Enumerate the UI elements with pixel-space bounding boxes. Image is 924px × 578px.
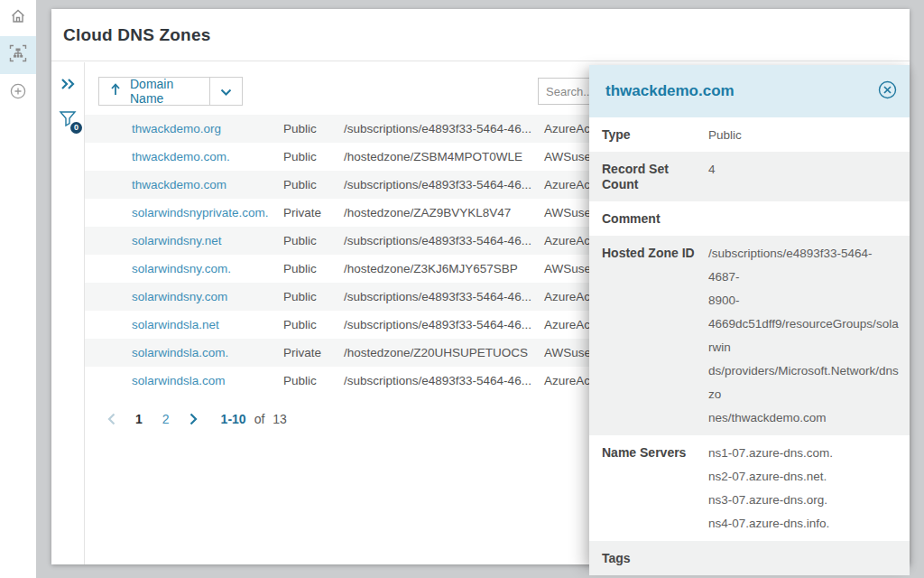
- home-icon: [10, 8, 26, 28]
- topology-icon: [9, 44, 27, 66]
- arrow-up-icon: [110, 83, 121, 99]
- field-label: Record Set Count: [602, 161, 708, 192]
- cell-zone-id: /subscriptions/e4893f33-5464-46...: [344, 290, 531, 303]
- domain-link[interactable]: solarwindsla.net: [132, 318, 219, 331]
- cell-domain: thwackdemo.com.: [132, 150, 230, 163]
- cell-account: AWSuser: [544, 150, 596, 163]
- cell-type: Private: [283, 206, 321, 219]
- cell-type: Public: [283, 290, 317, 303]
- filter-button[interactable]: 0: [57, 109, 79, 131]
- domain-link[interactable]: solarwindsla.com: [132, 374, 226, 387]
- double-chevron-right-icon: [60, 78, 76, 94]
- domain-link[interactable]: solarwindsnyprivate.com.: [132, 206, 269, 219]
- tools-rail: 0: [51, 62, 85, 564]
- panel-field-comment: Comment: [589, 201, 910, 236]
- previous-page-button[interactable]: [107, 413, 116, 425]
- pagination: 1 2 1-10 of 13: [107, 412, 287, 426]
- cell-zone-id: /hostedzone/ZAZ9BVYKL8V47: [344, 206, 511, 219]
- field-value-line: ns4-07.azure-dns.info.: [708, 512, 899, 536]
- domain-link[interactable]: solarwindsny.com.: [132, 262, 231, 275]
- cell-zone-id: /subscriptions/e4893f33-5464-46...: [344, 178, 531, 191]
- collapse-panel-button[interactable]: [57, 75, 79, 97]
- cell-type: Public: [283, 150, 317, 163]
- panel-title: thwackdemo.com: [605, 82, 877, 100]
- close-circle-icon: [878, 80, 897, 103]
- cell-type: Public: [283, 318, 317, 331]
- domain-link[interactable]: solarwindsla.com.: [132, 346, 228, 359]
- domain-link[interactable]: thwackdemo.org: [132, 122, 221, 135]
- plus-circle-icon: [10, 83, 26, 103]
- zone-detail-panel: thwackdemo.com TypePublicRecord Set Coun…: [589, 65, 910, 564]
- panel-field-type: TypePublic: [589, 117, 910, 152]
- page-total-label: 13: [273, 412, 287, 426]
- cell-account: AWSuser: [544, 346, 596, 359]
- cell-domain: solarwindsla.com.: [132, 346, 228, 359]
- field-value-line: 8900-: [708, 289, 899, 312]
- field-value: ns1-07.azure-dns.com.ns2-07.azure-dns.ne…: [708, 441, 899, 536]
- field-value: /subscriptions/e4893f33-5464-4687-8900-4…: [708, 241, 899, 430]
- cell-type: Private: [283, 346, 321, 359]
- field-value: Public: [708, 126, 899, 143]
- panel-fields: TypePublicRecord Set Count4CommentHosted…: [589, 117, 910, 575]
- next-page-button[interactable]: [189, 413, 198, 425]
- cell-zone-id: /subscriptions/e4893f33-5464-46...: [344, 318, 531, 331]
- cell-type: Public: [283, 262, 317, 275]
- field-value-line: ns3-07.azure-dns.org.: [708, 489, 899, 512]
- field-value: 4: [708, 161, 899, 177]
- field-value-line: ds/providers/Microsoft.Network/dnszo: [708, 359, 899, 406]
- field-value: [708, 210, 899, 211]
- sort-button[interactable]: Domain Name: [98, 77, 243, 106]
- panel-field-hosted-zone-id: Hosted Zone ID/subscriptions/e4893f33-54…: [589, 236, 910, 435]
- page-number-current[interactable]: 1: [135, 412, 143, 426]
- field-value-line: 4669dc51dff9/resourceGroups/solarwin: [708, 312, 899, 359]
- page-range-label: 1-10: [221, 412, 246, 426]
- chevron-down-icon: [220, 83, 232, 99]
- sidebar-item-home[interactable]: [0, 0, 36, 36]
- field-value: [708, 550, 899, 551]
- cell-account: AWSuser: [544, 206, 596, 219]
- panel-field-record-set-count: Record Set Count4: [589, 152, 910, 201]
- cell-type: Public: [283, 178, 317, 191]
- cell-domain: solarwindsnyprivate.com.: [132, 206, 269, 219]
- page-title: Cloud DNS Zones: [63, 25, 210, 45]
- cell-zone-id: /hostedzone/ZSBM4MPOT0WLE: [344, 150, 522, 163]
- cell-domain: solarwindsny.net: [132, 234, 222, 247]
- page-number-2[interactable]: 2: [162, 412, 170, 426]
- cell-domain: thwackdemo.com: [132, 178, 226, 191]
- close-panel-button[interactable]: [877, 81, 897, 101]
- field-label: Comment: [602, 210, 708, 227]
- field-label: Type: [602, 126, 708, 143]
- page-of-label: of: [254, 412, 265, 426]
- domain-link[interactable]: solarwindsny.net: [132, 234, 222, 247]
- card-header: Cloud DNS Zones: [51, 9, 910, 61]
- cell-domain: solarwindsla.net: [132, 318, 219, 331]
- cell-zone-id: /subscriptions/e4893f33-5464-46...: [344, 122, 531, 135]
- sidebar-item-cloud-topology[interactable]: [0, 36, 36, 74]
- cell-zone-id: /hostedzone/Z20UHSUPETUOCS: [344, 346, 528, 359]
- domain-link[interactable]: solarwindsny.com: [132, 290, 227, 303]
- cell-type: Public: [283, 122, 317, 135]
- cell-domain: solarwindsny.com: [132, 290, 227, 303]
- cell-domain: thwackdemo.org: [132, 122, 221, 135]
- cell-domain: solarwindsla.com: [132, 374, 226, 387]
- cell-zone-id: /subscriptions/e4893f33-5464-46...: [344, 374, 531, 387]
- panel-header: thwackdemo.com: [589, 65, 910, 117]
- cell-account: AWSuser: [544, 262, 596, 275]
- cell-type: Public: [283, 374, 317, 387]
- field-value-line: nes/thwackdemo.com: [708, 406, 899, 430]
- cell-type: Public: [283, 234, 317, 247]
- domain-link[interactable]: thwackdemo.com.: [132, 150, 230, 163]
- sort-main[interactable]: Domain Name: [99, 78, 209, 105]
- sort-dropdown-button[interactable]: [209, 78, 242, 105]
- cell-zone-id: /hostedzone/Z3KJ6MJY657SBP: [344, 262, 518, 275]
- panel-field-tags: Tags: [589, 541, 910, 575]
- cell-zone-id: /subscriptions/e4893f33-5464-46...: [344, 234, 531, 247]
- panel-field-name-servers: Name Serversns1-07.azure-dns.com.ns2-07.…: [589, 435, 910, 541]
- field-label: Name Servers: [602, 441, 708, 461]
- domain-link[interactable]: thwackdemo.com: [132, 178, 226, 191]
- sidebar-item-add[interactable]: [0, 74, 36, 112]
- field-value-line: /subscriptions/e4893f33-5464-4687-: [708, 242, 899, 289]
- field-value-line: ns1-07.azure-dns.com.: [708, 442, 899, 465]
- field-value-line: ns2-07.azure-dns.net.: [708, 465, 899, 489]
- filter-count-badge: 0: [70, 122, 82, 134]
